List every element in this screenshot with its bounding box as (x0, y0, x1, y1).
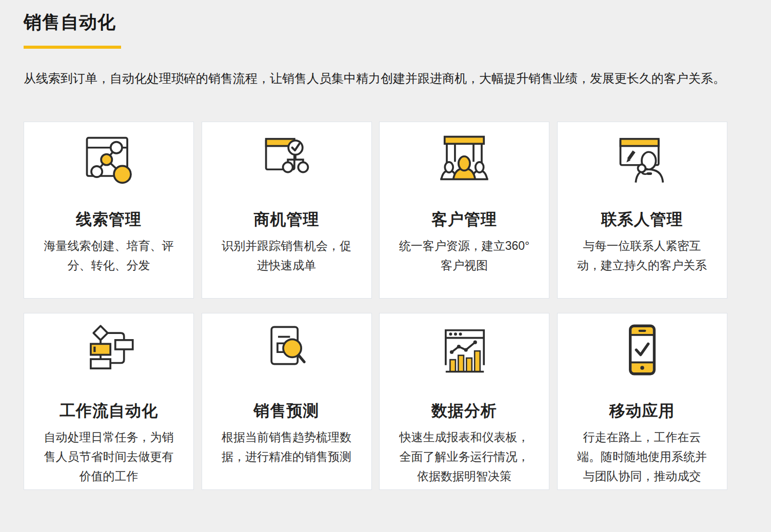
feature-card-workflow-automation: 工作流自动化 自动处理日常任务，为销售人员节省时间去做更有价值的工作 (24, 313, 194, 490)
opportunity-check-flow-icon (216, 133, 357, 184)
title-underline (24, 46, 121, 49)
feature-card-title: 商机管理 (216, 209, 357, 230)
feature-card-title: 工作流自动化 (38, 401, 179, 421)
feature-card-sales-forecast: 销售预测 根据当前销售趋势梳理数据，进行精准的销售预测 (202, 313, 372, 490)
feature-card-contact-management: 联系人管理 与每一位联系人紧密互动，建立持久的客户关系 (557, 122, 727, 299)
feature-card-description: 行走在路上，工作在云端。随时随地使用系统并与团队协同，推动成交 (572, 428, 713, 486)
sales-automation-section: 销售自动化 从线索到订单，自动化处理琐碎的销售流程，让销售人员集中精力创建并跟进… (0, 0, 771, 490)
forecast-magnifier-icon (216, 325, 357, 375)
feature-card-mobile-app: 移动应用 行走在路上，工作在云端。随时随地使用系统并与团队协同，推动成交 (557, 313, 727, 490)
feature-card-opportunity-management: 商机管理 识别并跟踪销售机会，促进快速成单 (202, 122, 372, 299)
feature-card-description: 与每一位联系人紧密互动，建立持久的客户关系 (572, 237, 713, 275)
feature-card-grid: 线索管理 海量线索创建、培育、评分、转化、分发 商机管理 识别并跟踪销售机会，促… (24, 122, 747, 490)
feature-card-description: 自动处理日常任务，为销售人员节省时间去做更有价值的工作 (38, 428, 179, 486)
workflow-flowchart-icon (38, 325, 179, 375)
feature-card-description: 快速生成报表和仪表板，全面了解业务运行情况，依据数据明智决策 (394, 428, 535, 486)
lead-network-icon (38, 133, 179, 184)
feature-card-title: 移动应用 (572, 401, 713, 421)
feature-card-lead-management: 线索管理 海量线索创建、培育、评分、转化、分发 (24, 122, 194, 299)
feature-card-data-analysis: 数据分析 快速生成报表和仪表板，全面了解业务运行情况，依据数据明智决策 (379, 313, 549, 490)
feature-card-description: 识别并跟踪销售机会，促进快速成单 (216, 237, 357, 275)
feature-card-title: 联系人管理 (572, 209, 713, 230)
contact-agent-icon (572, 133, 713, 184)
feature-card-customer-management: 客户管理 统一客户资源，建立360°客户视图 (379, 122, 549, 299)
page-title: 销售自动化 (24, 10, 747, 34)
feature-card-description: 海量线索创建、培育、评分、转化、分发 (38, 237, 179, 275)
mobile-app-icon (572, 325, 713, 375)
feature-card-title: 销售预测 (216, 401, 357, 421)
feature-card-description: 统一客户资源，建立360°客户视图 (394, 237, 535, 275)
section-description: 从线索到订单，自动化处理琐碎的销售流程，让销售人员集中精力创建并跟进商机，大幅提… (24, 66, 742, 91)
feature-card-title: 线索管理 (38, 209, 179, 230)
feature-card-title: 数据分析 (394, 401, 535, 421)
feature-card-title: 客户管理 (394, 209, 535, 230)
analytics-chart-icon (394, 325, 535, 375)
customer-group-icon (394, 133, 535, 184)
feature-card-description: 根据当前销售趋势梳理数据，进行精准的销售预测 (216, 428, 357, 467)
